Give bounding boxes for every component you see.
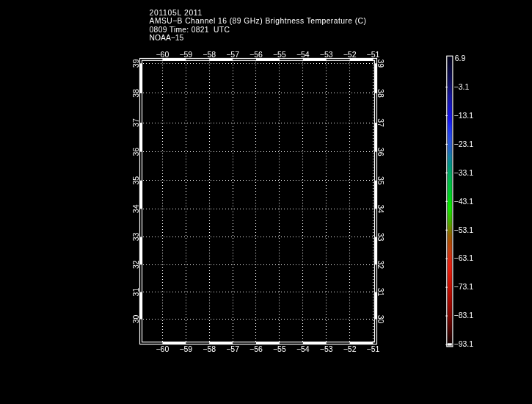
svg-text:−55: −55 [273, 345, 286, 353]
svg-text:−33.1: −33.1 [454, 168, 474, 177]
svg-text:−56: −56 [249, 345, 263, 353]
svg-text:−57: −57 [226, 345, 239, 353]
svg-text:−23.1: −23.1 [454, 140, 474, 148]
svg-text:−63.1: −63.1 [454, 253, 474, 262]
svg-text:−53.1: −53.1 [454, 226, 474, 234]
svg-text:−59: −59 [179, 50, 192, 59]
svg-text:201105L 2011: 201105L 2011 [150, 9, 203, 17]
svg-text:38: 38 [131, 89, 140, 98]
svg-text:−57: −57 [226, 50, 239, 59]
svg-text:−73.1: −73.1 [454, 282, 474, 291]
svg-text:−93.1: −93.1 [454, 339, 474, 348]
svg-text:−58: −58 [203, 345, 216, 353]
svg-text:37: 37 [131, 118, 140, 127]
svg-text:37: 37 [376, 118, 385, 127]
svg-text:−53: −53 [320, 50, 333, 59]
svg-text:−51: −51 [367, 50, 380, 59]
svg-text:34: 34 [131, 204, 140, 213]
svg-text:36: 36 [376, 148, 385, 156]
svg-text:−54: −54 [296, 50, 310, 59]
svg-text:6.9: 6.9 [455, 54, 466, 62]
svg-text:30: 30 [131, 315, 140, 324]
svg-text:−55: −55 [273, 50, 286, 59]
svg-text:−54: −54 [296, 345, 310, 353]
svg-text:−60: −60 [156, 345, 169, 353]
svg-text:−43.1: −43.1 [454, 197, 474, 206]
svg-text:−52: −52 [343, 345, 357, 353]
svg-text:31: 31 [376, 288, 385, 297]
svg-text:32: 32 [376, 260, 385, 269]
svg-text:34: 34 [376, 205, 385, 214]
svg-text:39: 39 [376, 59, 385, 68]
svg-text:36: 36 [131, 148, 140, 156]
svg-text:−51: −51 [367, 345, 380, 353]
svg-text:−60: −60 [156, 50, 169, 59]
svg-text:32: 32 [131, 260, 140, 269]
svg-text:NOAA−15: NOAA−15 [150, 34, 184, 42]
svg-text:−83.1: −83.1 [454, 311, 474, 320]
svg-text:33: 33 [376, 233, 385, 242]
svg-text:−3.1: −3.1 [454, 82, 470, 91]
svg-text:38: 38 [376, 89, 385, 98]
svg-text:−52: −52 [343, 50, 357, 59]
svg-text:−56: −56 [249, 50, 263, 59]
svg-text:−53: −53 [320, 345, 333, 353]
svg-text:39: 39 [131, 59, 140, 68]
svg-text:−58: −58 [203, 50, 216, 59]
svg-text:33: 33 [131, 233, 140, 242]
svg-text:AMSU−B Channel 16 (89 GHz) Bri: AMSU−B Channel 16 (89 GHz) Brightness Te… [150, 17, 367, 25]
svg-text:−59: −59 [179, 345, 192, 353]
svg-text:30: 30 [376, 315, 385, 324]
svg-text:35: 35 [376, 176, 385, 185]
svg-text:31: 31 [131, 288, 140, 297]
svg-text:35: 35 [131, 176, 140, 185]
svg-text:−13.1: −13.1 [454, 111, 474, 120]
svg-text:0809 Time: 0821 UTC: 0809 Time: 0821 UTC [150, 26, 230, 34]
